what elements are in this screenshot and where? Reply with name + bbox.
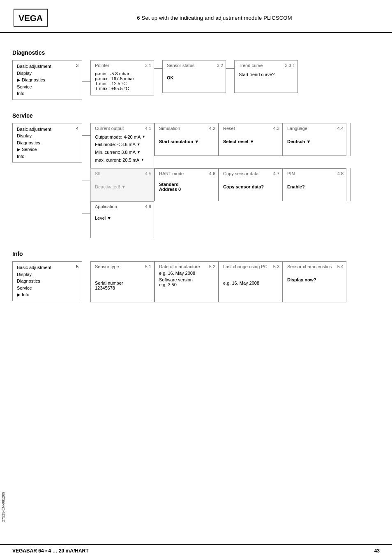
service-row1: Current output 4.1 Output mode: 4-20 mA … — [82, 123, 350, 169]
svc-sil-number: 4.5 — [145, 171, 151, 176]
svc-card-language: Language 4.4 Deutsch ▼ — [283, 123, 346, 156]
service-row2-cards: SIL 4.5 Deactivated! ▼ HART mode 4.6 — [90, 168, 350, 201]
svc-bracket-right-r2 — [346, 168, 350, 201]
diag-trend-label: Trend curve — [239, 63, 263, 68]
diag-tmax: T-max.: +85.5 °C — [95, 86, 150, 91]
diag-item-basic: Basic adjustment — [17, 63, 78, 70]
service-heading: Service — [12, 112, 380, 119]
svc-item-service: Service — [17, 146, 78, 153]
svc-hart-number: 4.6 — [209, 171, 215, 176]
info-card-characteristics: Sensor characteristics 5.4 Display now? — [283, 261, 346, 302]
diag-trend-line: Start trend curve? — [239, 72, 293, 77]
svc-app-label: Application — [95, 204, 117, 209]
info-item-info: Info — [17, 291, 78, 298]
diag-pointer-content: p-min.: -5.8 mbar p-max.: 167.5 mbar T-m… — [95, 71, 150, 91]
page-footer: VEGABAR 64 • 4 … 20 mA/HART 43 — [0, 544, 392, 557]
page-body: Diagnostics 3 Basic adjustment Display D… — [0, 33, 392, 339]
svc-pin-value: Enable? — [287, 184, 342, 189]
svc-pin-label: PIN — [287, 171, 295, 176]
svc-sil-label: SIL — [95, 171, 102, 176]
diag-pointer-label: Pointer — [95, 63, 109, 68]
service-row2: SIL 4.5 Deactivated! ▼ HART mode 4.6 — [82, 168, 350, 201]
info-char-value: Display now? — [287, 277, 342, 282]
header-title: 6 Set up with the indicating and adjustm… — [49, 15, 380, 21]
svc-sil-value: Deactivated! ▼ — [95, 184, 150, 189]
diag-card-pointer: Pointer 3.1 p-min.: -5.8 mbar p-max.: 16… — [90, 60, 154, 95]
svc-card-reset: Reset 4.3 Select reset ▼ — [219, 123, 282, 156]
service-tree: 4 Basic adjustment Display Diagnostics S… — [12, 123, 380, 239]
logo: VEGA — [12, 7, 49, 28]
svc-item-info: Info — [17, 153, 78, 160]
svc-current-label: Current output — [95, 126, 124, 131]
sidebar-document-number: 27525-EN-081209 — [1, 492, 5, 522]
service-row3: Application 4.9 Level ▼ — [82, 201, 154, 238]
page-header: VEGA 6 Set up with the indicating and ad… — [0, 0, 392, 33]
info-card-date: Date of manufacture 5.2 e.g. 16. May 200… — [154, 261, 218, 302]
diag-tmin: T-min.: -12.5 °C — [95, 81, 150, 86]
svc-sim-number: 4.2 — [209, 126, 215, 131]
svc-card-pin: PIN 4.8 Enable? — [283, 168, 346, 201]
service-rows-container: Current output 4.1 Output mode: 4-20 mA … — [82, 123, 350, 239]
vega-logo-svg: VEGA — [14, 9, 48, 27]
info-tree: 5 Basic adjustment Display Diagnostics S… — [12, 261, 380, 302]
info-sensor-type-content: Serial number 12345678 — [95, 281, 150, 290]
svc-lang-content: Deutsch ▼ — [287, 139, 342, 144]
service-menu-number: 4 — [76, 126, 78, 131]
svc-reset-number: 4.3 — [273, 126, 279, 131]
info-date-number: 5.2 — [209, 264, 215, 269]
diagnostics-cards-row: Pointer 3.1 p-min.: -5.8 mbar p-max.: 16… — [90, 60, 298, 95]
info-item-diagnostics: Diagnostics — [17, 278, 78, 285]
diagnostics-menu-box: 3 Basic adjustment Display Diagnostics S… — [12, 60, 82, 100]
info-menu-number: 5 — [76, 264, 78, 269]
svc-current-content: Output mode: 4-20 mA ▼ Fail.mode: < 3.6 … — [95, 133, 150, 164]
svc-copy-number: 4.7 — [273, 171, 279, 176]
diag-pmin: p-min.: -5.8 mbar — [95, 71, 150, 76]
info-h-connector — [82, 287, 90, 287]
info-card-sensor-type: Sensor type 5.1 Serial number 12345678 — [90, 261, 154, 302]
svc-h3 — [82, 214, 90, 214]
svc-hart-content: Standard Address 0 — [159, 182, 214, 192]
svg-text:VEGA: VEGA — [18, 13, 43, 22]
info-item-service: Service — [17, 285, 78, 292]
diag-sensor-status-number: 3.2 — [217, 63, 223, 68]
info-sw-label: Software version — [159, 277, 214, 282]
info-section: Info 5 Basic adjustment Display Diagnost… — [12, 251, 380, 302]
service-row3-cards: Application 4.9 Level ▼ — [90, 201, 154, 238]
svc-h2 — [86, 181, 90, 181]
diag-h2 — [154, 68, 162, 69]
svc-reset-content: Select reset ▼ — [223, 139, 278, 144]
svc-bracket-right-r1 — [346, 123, 350, 156]
info-lastchange-label: Last change using PC — [223, 264, 267, 269]
svc-card-application: Application 4.9 Level ▼ — [90, 201, 154, 238]
svc-app-value: Level ▼ — [95, 216, 150, 220]
svc-fail-mode: Fail.mode: < 3.6 mA ▼ — [95, 141, 150, 149]
svc-hart-val2: Address 0 — [159, 187, 214, 192]
svc-item-display: Display — [17, 132, 78, 139]
svc-min-current: Min. current: 3.8 mA ▼ — [95, 149, 150, 156]
diag-h-connector — [82, 81, 90, 82]
footer-product-name: VEGABAR 64 • 4 … 20 mA/HART — [12, 548, 89, 554]
svc-pin-number: 4.8 — [337, 171, 344, 176]
service-menu-box: 4 Basic adjustment Display Diagnostics S… — [12, 123, 82, 163]
svc-reset-value: Select reset ▼ — [223, 139, 278, 144]
service-section: Service 4 Basic adjustment Display Diagn… — [12, 112, 380, 239]
svc-max-current: max. current: 20.5 mA ▼ — [95, 156, 150, 164]
info-date-label: Date of manufacture — [159, 264, 200, 269]
svc-lang-value: Deutsch ▼ — [287, 139, 342, 144]
svc-output-mode: Output mode: 4-20 mA ▼ — [95, 133, 150, 141]
svc-pin-content: Enable? — [287, 184, 342, 189]
svc-hart-val1: Standard — [159, 182, 214, 187]
info-char-content: Display now? — [287, 277, 342, 282]
svc-reset-label: Reset — [223, 126, 235, 131]
diag-h3 — [226, 68, 234, 69]
footer-page-number: 43 — [374, 548, 380, 554]
svc-lang-label: Language — [287, 126, 307, 131]
svc-card-hart: HART mode 4.6 Standard Address 0 — [154, 168, 218, 201]
info-lastchange-number: 5.3 — [273, 264, 279, 269]
info-card-lastchange: Last change using PC 5.3 e.g. 16. May 20… — [219, 261, 282, 302]
diag-item-service: Service — [17, 84, 78, 91]
info-cards-row: Sensor type 5.1 Serial number 12345678 D… — [90, 261, 346, 302]
info-sensor-type-number: 5.1 — [145, 264, 151, 269]
diag-sensor-status-content: OK — [167, 75, 221, 80]
svc-app-content: Level ▼ — [95, 216, 150, 220]
